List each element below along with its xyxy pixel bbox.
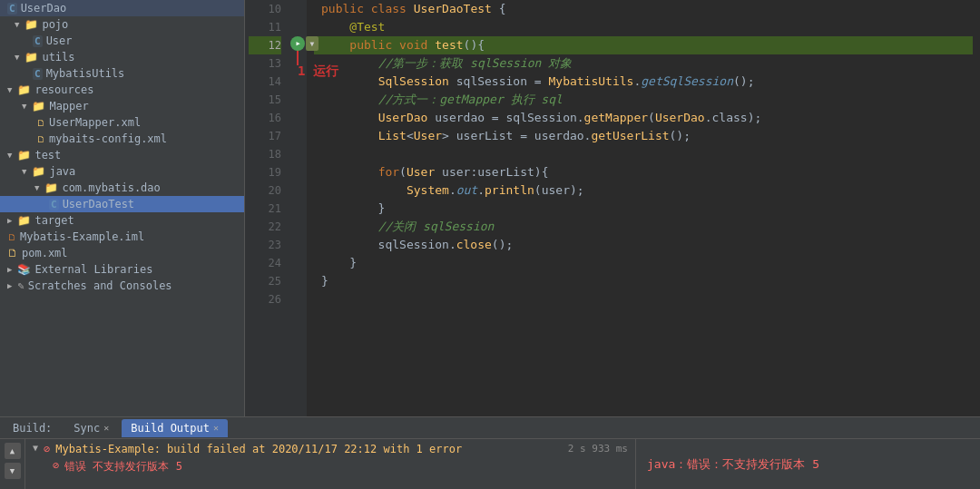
code-editor: 10 11 12 13 14 15 16 17 18 19 20 21 22 2… bbox=[245, 0, 980, 416]
arrow-icon: ▼ bbox=[7, 151, 12, 160]
bottom-panel: Build: Sync ✕ Build Output ✕ ▲ ▼ ▼ ⊘ Myb… bbox=[0, 416, 980, 489]
scroll-up-btn[interactable]: ▲ bbox=[5, 443, 21, 459]
sidebar-item-mybatisutils[interactable]: C MybatisUtils bbox=[0, 65, 244, 82]
code-line-15: //方式一：getMapper 执行 sql bbox=[314, 91, 973, 109]
bookmark-glyph: ▼ bbox=[310, 40, 315, 48]
code-line-25: } bbox=[314, 272, 973, 290]
sidebar-item-pojo[interactable]: ▼ 📁 pojo bbox=[0, 16, 244, 33]
sidebar-item-user[interactable]: C User bbox=[0, 33, 244, 49]
build-error-row[interactable]: ▼ ⊘ Mybatis-Example: build failed at 202… bbox=[25, 441, 635, 457]
scroll-down-btn[interactable]: ▼ bbox=[5, 463, 21, 479]
arrow-icon: ▼ bbox=[34, 183, 39, 192]
code-area[interactable]: public class UserDaoTest { @Test public … bbox=[307, 0, 980, 416]
folder-icon: 📁 bbox=[32, 165, 45, 178]
xml-icon: 🗋 bbox=[36, 118, 45, 128]
sidebar-item-usermapper[interactable]: 🗋 UserMapper.xml bbox=[0, 114, 244, 131]
code-line-17: List<User> userList = userdao.getUserLis… bbox=[314, 127, 973, 145]
pom-icon: 🗋 bbox=[7, 247, 18, 259]
tab-build[interactable]: Build: bbox=[4, 419, 61, 437]
build-sub-error-row[interactable]: ⊘ 错误 不支持发行版本 5 bbox=[25, 457, 635, 476]
sidebar-item-com-mybatis-dao[interactable]: ▼ 📁 com.mybatis.dao bbox=[0, 180, 244, 196]
arrow-icon: ▶ bbox=[7, 216, 12, 225]
right-error-panel: java：错误：不支持发行版本 5 bbox=[635, 439, 980, 489]
code-line-12: public void test(){ bbox=[314, 36, 973, 54]
class-icon: C bbox=[7, 3, 17, 15]
arrow-icon: ▼ bbox=[7, 85, 12, 94]
arrow-icon: ▶ bbox=[7, 265, 12, 274]
build-messages: ▼ ⊘ Mybatis-Example: build failed at 202… bbox=[25, 439, 635, 489]
tab-sync-close[interactable]: ✕ bbox=[103, 423, 109, 433]
sidebar-item-mybatis-config[interactable]: 🗋 mybaits-config.xml bbox=[0, 131, 244, 147]
tab-sync[interactable]: Sync ✕ bbox=[64, 419, 118, 437]
arrow-icon: ▼ bbox=[15, 53, 19, 62]
sidebar-item-external-libraries[interactable]: ▶ 📚 External Libraries bbox=[0, 261, 244, 278]
tab-sync-label: Sync bbox=[74, 422, 100, 435]
build-message-text: Mybatis-Example: build failed at 2020/11… bbox=[55, 443, 462, 455]
xml-icon: 🗋 bbox=[36, 134, 45, 144]
sidebar-item-userdaotest[interactable]: C UserDaoTest bbox=[0, 196, 244, 212]
editor-gutter: ↑ ▶ ▼ 1 运行 bbox=[289, 0, 307, 416]
iml-icon: 🗋 bbox=[7, 232, 16, 242]
bottom-tab-bar: Build: Sync ✕ Build Output ✕ bbox=[0, 417, 980, 439]
build-time: 2 s 933 ms bbox=[568, 443, 628, 455]
code-line-24: } bbox=[314, 254, 973, 272]
arrow-icon: ▶ bbox=[7, 281, 12, 290]
arrow-icon: ▼ bbox=[22, 167, 26, 176]
bookmark-icon[interactable]: ▼ bbox=[306, 36, 318, 51]
code-line-10: public class UserDaoTest { bbox=[314, 0, 973, 18]
folder-icon: 📁 bbox=[17, 214, 31, 227]
class-icon: C bbox=[33, 35, 43, 47]
folder-icon: 📁 bbox=[17, 149, 31, 161]
code-line-26 bbox=[314, 290, 973, 308]
tab-build-output[interactable]: Build Output ✕ bbox=[122, 419, 228, 437]
sidebar-item-iml[interactable]: 🗋 Mybatis-Example.iml bbox=[0, 229, 244, 245]
code-line-13: //第一步：获取 sqlSession 对象 bbox=[314, 54, 973, 73]
sidebar-item-utils[interactable]: ▼ 📁 utils bbox=[0, 49, 244, 65]
sidebar-item-resources[interactable]: ▼ 📁 resources bbox=[0, 82, 244, 98]
code-line-21: } bbox=[314, 200, 973, 218]
code-line-14: SqlSession sqlSession = MybatisUtils.get… bbox=[314, 73, 973, 91]
code-line-22: //关闭 sqlSession bbox=[314, 218, 973, 236]
arrow-icon: ▼ bbox=[15, 20, 19, 29]
folder-icon: 📁 bbox=[24, 51, 38, 64]
code-line-23: sqlSession.close(); bbox=[314, 236, 973, 254]
folder-icon: 📁 bbox=[44, 181, 58, 194]
sidebar-item-scratches[interactable]: ▶ ✎ Scratches and Consoles bbox=[0, 278, 244, 294]
code-line-11: @Test bbox=[314, 18, 973, 36]
class-icon: C bbox=[49, 199, 59, 210]
code-line-19: for(User user:userList){ bbox=[314, 163, 973, 181]
arrow-icon: ▼ bbox=[22, 102, 26, 111]
bottom-sidebar: ▲ ▼ bbox=[0, 439, 25, 489]
sidebar-item-test[interactable]: ▼ 📁 test bbox=[0, 147, 244, 163]
code-line-16: UserDao userdao = sqlSession.getMapper(U… bbox=[314, 109, 973, 127]
sidebar-item-pom[interactable]: 🗋 pom.xml bbox=[0, 245, 244, 261]
sub-error-text: 错误 不支持发行版本 5 bbox=[64, 459, 182, 474]
tab-build-output-close[interactable]: ✕ bbox=[213, 423, 219, 433]
error-icon: ⊘ bbox=[44, 443, 50, 455]
project-sidebar: C UserDao ▼ 📁 pojo C User ▼ 📁 utils C My… bbox=[0, 0, 245, 416]
sidebar-item-java[interactable]: ▼ 📁 java bbox=[0, 163, 244, 180]
run-label: 1 运行 bbox=[298, 64, 338, 80]
libs-icon: 📚 bbox=[17, 263, 31, 276]
right-error-text: java：错误：不支持发行版本 5 bbox=[647, 456, 819, 473]
tab-build-output-label: Build Output bbox=[131, 422, 210, 435]
code-line-20: System.out.println(user); bbox=[314, 181, 973, 200]
folder-icon: 📁 bbox=[24, 18, 38, 31]
sidebar-item-userdao[interactable]: C UserDao bbox=[0, 0, 244, 16]
run-button[interactable]: ▶ bbox=[290, 36, 305, 51]
tab-build-label: Build: bbox=[13, 422, 52, 435]
class-icon: C bbox=[33, 68, 43, 80]
folder-icon: 📁 bbox=[17, 83, 31, 96]
sidebar-item-target[interactable]: ▶ 📁 target bbox=[0, 212, 244, 229]
run-icon: ▶ bbox=[296, 40, 299, 47]
bottom-content: ▲ ▼ ▼ ⊘ Mybatis-Example: build failed at… bbox=[0, 439, 980, 489]
folder-icon: 📁 bbox=[32, 100, 45, 112]
code-line-18 bbox=[314, 145, 973, 163]
line-numbers: 10 11 12 13 14 15 16 17 18 19 20 21 22 2… bbox=[245, 0, 289, 416]
scratch-icon: ✎ bbox=[17, 279, 24, 292]
expand-icon[interactable]: ▼ bbox=[33, 443, 38, 453]
sub-error-icon: ⊘ bbox=[53, 459, 59, 472]
sidebar-item-mapper[interactable]: ▼ 📁 Mapper bbox=[0, 98, 244, 114]
